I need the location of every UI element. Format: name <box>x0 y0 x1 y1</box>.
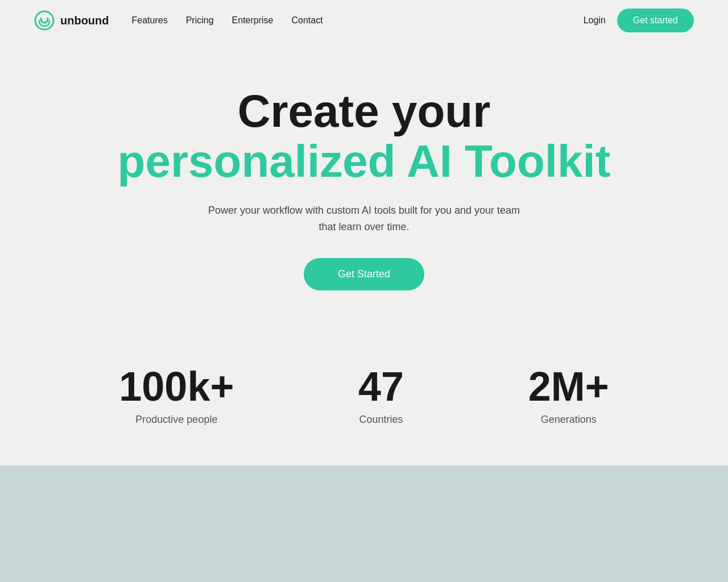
nav-link-enterprise[interactable]: Enterprise <box>232 15 274 26</box>
unbound-logo-icon <box>34 10 55 31</box>
stat-generations: 2M+ Generations <box>528 364 609 426</box>
stat-productive-people: 100k+ Productive people <box>119 364 234 426</box>
hero-section: Create your personalized AI Toolkit Powe… <box>0 41 728 325</box>
stat-number-countries: 47 <box>358 364 404 409</box>
hero-subtitle: Power your workflow with custom AI tools… <box>205 202 523 235</box>
nav-link-pricing[interactable]: Pricing <box>186 15 214 26</box>
logo[interactable]: unbound <box>34 10 109 31</box>
hero-heading-line1: Create your <box>238 86 491 136</box>
logo-text: unbound <box>60 14 109 27</box>
get-started-hero-button[interactable]: Get Started <box>304 258 424 290</box>
get-started-nav-button[interactable]: Get started <box>617 9 694 32</box>
hero-heading: Create your personalized AI Toolkit <box>118 86 611 186</box>
stats-section: 100k+ Productive people 47 Countries 2M+… <box>0 325 728 465</box>
build-section: Build your own <box>0 465 728 582</box>
login-button[interactable]: Login <box>584 15 606 26</box>
stat-countries: 47 Countries <box>358 364 404 426</box>
build-heading: Build your own <box>216 580 512 582</box>
stat-label-generations: Generations <box>541 414 597 426</box>
stat-number-productive: 100k+ <box>119 364 234 409</box>
nav-links: Features Pricing Enterprise Contact <box>132 15 323 26</box>
hero-heading-line2: personalized AI Toolkit <box>118 136 611 186</box>
nav-left: unbound Features Pricing Enterprise Cont… <box>34 10 323 31</box>
navbar: unbound Features Pricing Enterprise Cont… <box>0 0 728 41</box>
nav-right: Login Get started <box>584 9 694 32</box>
stat-label-productive: Productive people <box>135 414 217 426</box>
stat-number-generations: 2M+ <box>528 364 609 409</box>
nav-link-features[interactable]: Features <box>132 15 168 26</box>
nav-link-contact[interactable]: Contact <box>292 15 323 26</box>
stat-label-countries: Countries <box>359 414 403 426</box>
